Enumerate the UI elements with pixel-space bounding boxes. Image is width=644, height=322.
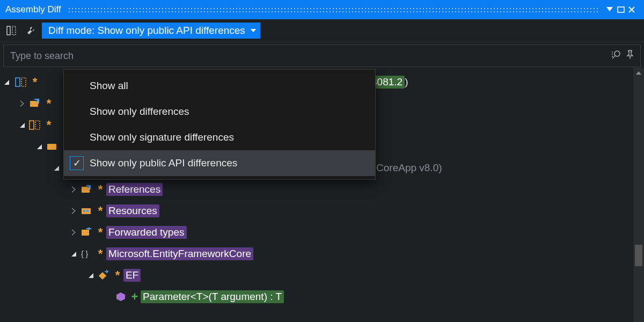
- namespace-icon: { }: [78, 248, 94, 259]
- node-label: Forwarded types: [106, 226, 187, 239]
- expand-toggle[interactable]: [86, 273, 96, 278]
- svg-rect-18: [83, 210, 85, 212]
- svg-rect-0: [618, 7, 624, 12]
- menu-item-show-signature-differences[interactable]: Show only signature differences: [64, 125, 375, 150]
- tree-class-ef[interactable]: * EF: [0, 265, 644, 286]
- node-label: Microsoft.EntityFrameworkCore: [106, 247, 253, 260]
- forwarded-types-icon: [78, 228, 94, 237]
- scroll-thumb[interactable]: [635, 245, 642, 266]
- menu-item-label: Show only signature differences: [90, 131, 234, 143]
- menu-item-show-all[interactable]: Show all: [64, 73, 375, 99]
- assembly-diff-icon: [13, 77, 29, 87]
- svg-marker-23: [116, 292, 125, 301]
- expand-toggle[interactable]: [17, 100, 27, 107]
- expand-toggle[interactable]: [69, 229, 78, 236]
- svg-rect-22: [99, 272, 106, 280]
- svg-point-5: [612, 52, 613, 53]
- expand-toggle[interactable]: [52, 166, 61, 171]
- tree-references[interactable]: * References: [0, 179, 644, 200]
- compare-icon[interactable]: [3, 23, 19, 39]
- resources-icon: [78, 207, 94, 215]
- tree-namespace[interactable]: { } * Microsoft.EntityFrameworkCore: [0, 243, 644, 265]
- titlebar-grip[interactable]: [68, 7, 600, 12]
- node-label: EF: [123, 269, 141, 282]
- menu-item-label: Show all: [90, 80, 128, 92]
- change-marker: *: [29, 75, 41, 89]
- svg-rect-1: [7, 26, 10, 35]
- svg-rect-8: [16, 78, 20, 86]
- class-icon: [96, 270, 112, 281]
- method-signature: Parameter<T>(T argument) : T: [141, 290, 284, 303]
- expand-toggle[interactable]: [17, 123, 27, 128]
- tree-panel: * 4081.2 ) * *: [0, 69, 644, 322]
- titlebar[interactable]: Assembly Diff: [0, 0, 644, 19]
- svg-rect-13: [47, 144, 56, 150]
- wrench-icon[interactable]: [23, 23, 39, 39]
- diff-mode-label: Diff mode: Show only public API differen…: [48, 25, 245, 36]
- change-marker: *: [112, 268, 123, 282]
- method-icon: [113, 292, 129, 302]
- toolbar: Diff mode: Show only public API differen…: [0, 19, 644, 42]
- references-icon: [78, 185, 94, 194]
- expand-toggle[interactable]: [34, 144, 44, 149]
- svg-point-6: [612, 54, 613, 55]
- menu-item-show-differences[interactable]: Show only differences: [64, 99, 375, 125]
- search-options-icon[interactable]: [609, 50, 623, 62]
- window-title: Assembly Diff: [5, 4, 61, 15]
- change-marker: *: [94, 204, 106, 218]
- maximize-icon[interactable]: [617, 6, 628, 13]
- assembly-diff-icon: [27, 120, 43, 130]
- menu-item-label: Show only differences: [90, 106, 189, 118]
- tree-resources[interactable]: * Resources: [0, 200, 644, 222]
- svg-point-7: [612, 56, 613, 57]
- pin-icon[interactable]: [623, 50, 637, 62]
- vertical-scrollbar[interactable]: [633, 68, 644, 322]
- expand-toggle[interactable]: [69, 186, 78, 193]
- svg-rect-20: [82, 230, 89, 236]
- svg-rect-17: [82, 208, 91, 214]
- menu-item-label: Show only public API differences: [90, 157, 237, 169]
- chevron-down-icon: [251, 29, 256, 32]
- change-marker: *: [94, 182, 106, 196]
- window-menu-icon[interactable]: [606, 7, 617, 12]
- added-marker: +: [129, 290, 141, 304]
- svg-rect-2: [12, 26, 16, 35]
- diff-mode-menu[interactable]: Show all Show only differences Show only…: [63, 69, 376, 180]
- node-label: Resources: [106, 204, 159, 217]
- expand-toggle[interactable]: [69, 208, 78, 214]
- expand-toggle[interactable]: [0, 80, 13, 85]
- svg-text:{ }: { }: [81, 250, 89, 258]
- tree-method-parameter[interactable]: + Parameter<T>(T argument) : T: [0, 286, 644, 308]
- check-icon: ✓: [70, 156, 84, 170]
- svg-point-3: [614, 51, 620, 56]
- svg-rect-11: [30, 121, 34, 129]
- change-marker: *: [43, 97, 55, 111]
- menu-item-show-public-api-differences[interactable]: ✓ Show only public API differences: [64, 150, 375, 176]
- menu-check-slot: ✓: [64, 156, 90, 170]
- folder-icon: [44, 142, 60, 151]
- change-marker: *: [43, 118, 55, 132]
- expand-toggle[interactable]: [69, 252, 78, 257]
- svg-rect-12: [35, 121, 40, 129]
- change-marker: *: [94, 247, 106, 261]
- tree-forwarded-types[interactable]: * Forwarded types: [0, 222, 644, 243]
- close-icon[interactable]: [628, 6, 639, 13]
- search-input[interactable]: [9, 50, 609, 62]
- node-label: References: [106, 183, 163, 196]
- svg-rect-9: [21, 78, 26, 86]
- change-marker: *: [94, 225, 106, 239]
- folder-link-icon: [27, 99, 43, 108]
- svg-rect-19: [86, 210, 89, 212]
- scroll-up-icon[interactable]: [633, 68, 644, 78]
- search-bar[interactable]: [3, 45, 641, 67]
- diff-mode-dropdown[interactable]: Diff mode: Show only public API differen…: [42, 23, 260, 39]
